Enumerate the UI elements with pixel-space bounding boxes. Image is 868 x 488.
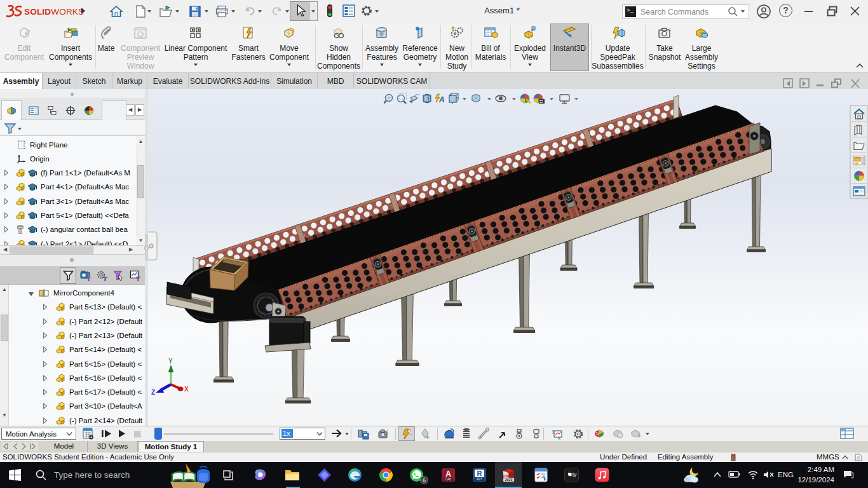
svg-text:R: R xyxy=(477,470,482,477)
svg-text:Z: Z xyxy=(151,389,155,396)
svg-text:X: X xyxy=(184,386,189,393)
svg-text:tv: tv xyxy=(573,471,577,478)
svg-text:x: x xyxy=(558,435,560,440)
svg-text:RVT: RVT xyxy=(477,478,482,481)
svg-text:2023: 2023 xyxy=(505,478,512,482)
svg-text:CAD: CAD xyxy=(445,478,452,481)
svg-text:A: A xyxy=(445,470,451,478)
svg-text:SW: SW xyxy=(503,474,510,478)
svg-text:Y: Y xyxy=(168,358,173,365)
svg-text:A: A xyxy=(438,95,445,104)
